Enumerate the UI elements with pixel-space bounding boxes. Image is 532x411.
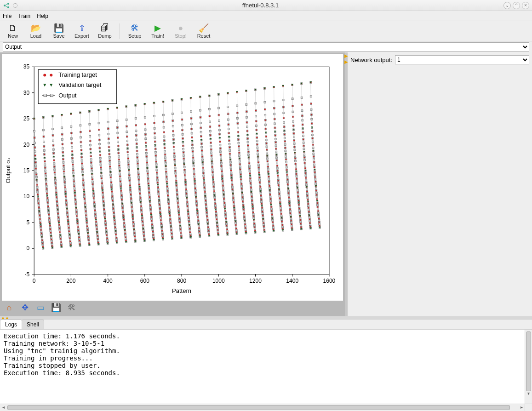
plot-panel: 02004006008001000120014001600-5051015202… <box>0 52 345 316</box>
svg-text:1400: 1400 <box>286 278 298 284</box>
folder-open-icon: 📂 <box>31 24 41 33</box>
svg-text:400: 400 <box>103 278 113 284</box>
load-button[interactable]: 📂 Load <box>26 22 46 40</box>
play-icon: ▶ <box>154 24 161 33</box>
dump-label: Dump <box>98 33 111 39</box>
home-icon: ⌂ <box>7 303 12 313</box>
svg-text:1000: 1000 <box>212 278 225 284</box>
view-selector[interactable]: Output <box>3 42 529 51</box>
svg-rect-2375 <box>44 94 46 97</box>
floppy-icon: 💾 <box>54 24 64 33</box>
side-panel: Network output: 1 <box>348 52 532 316</box>
svg-text:15: 15 <box>23 167 30 174</box>
svg-text:5: 5 <box>26 219 29 226</box>
network-output-label: Network output: <box>350 57 392 63</box>
svg-text:-5: -5 <box>24 271 29 278</box>
svg-text:25: 25 <box>23 115 30 122</box>
tab-logs[interactable]: Logs <box>0 320 22 329</box>
new-file-icon: 🗋 <box>9 24 17 33</box>
log-text[interactable]: Execution time: 1.176 seconds. Training … <box>0 330 525 404</box>
log-area: Execution time: 1.176 seconds. Training … <box>0 330 532 404</box>
titlebar: ffnetui-0.8.3.1 ⌄ ⌃ × <box>0 0 532 11</box>
toolbar: 🗋 New 📂 Load 💾 Save ⇪ Export 🗐 Dump 🛠 Se… <box>0 21 532 41</box>
svg-point-2370 <box>43 74 46 76</box>
stop-button[interactable]: ● Stop! <box>171 22 191 40</box>
tools-icon: 🛠 <box>131 24 139 33</box>
svg-text:Output: Output <box>58 92 76 99</box>
plot-zoom-button[interactable]: ▭ <box>35 302 46 313</box>
bottom-tabbar: Logs Shell <box>0 320 532 330</box>
dump-button[interactable]: 🗐 Dump <box>95 22 115 40</box>
save-label: Save <box>53 33 64 39</box>
scroll-down-icon[interactable]: ▾ <box>525 391 532 397</box>
plot-home-button[interactable]: ⌂ <box>4 302 15 313</box>
resize-grip[interactable] <box>525 404 532 411</box>
load-label: Load <box>30 33 41 39</box>
plot-canvas[interactable]: 02004006008001000120014001600-5051015202… <box>2 54 343 301</box>
export-icon: ⇪ <box>79 24 86 33</box>
window-title: ffnetui-0.8.3.1 <box>17 2 503 9</box>
svg-text:20: 20 <box>23 142 30 148</box>
export-button[interactable]: ⇪ Export <box>72 22 92 40</box>
minimize-button[interactable]: ⌄ <box>503 2 511 9</box>
svg-text:200: 200 <box>66 278 75 284</box>
svg-text:Pattern: Pattern <box>172 287 191 294</box>
menu-help[interactable]: Help <box>37 13 48 19</box>
zoom-rect-icon: ▭ <box>37 303 45 313</box>
broom-icon: 🧹 <box>199 24 209 33</box>
move-icon: ✥ <box>22 303 29 313</box>
save-button[interactable]: 💾 Save <box>49 22 69 40</box>
plot-nav-toolbar: ⌂ ✥ ▭ 💾 🛠 <box>2 301 343 314</box>
svg-text:0: 0 <box>33 278 36 284</box>
export-label: Export <box>74 33 89 39</box>
stop-icon: ● <box>178 24 183 33</box>
svg-text:800: 800 <box>177 278 186 284</box>
reset-label: Reset <box>197 33 211 39</box>
vertical-scrollbar[interactable]: ▴ ▾ <box>525 330 532 404</box>
dump-icon: 🗐 <box>101 24 109 33</box>
svg-text:35: 35 <box>23 63 30 70</box>
horizontal-scrollbar[interactable]: ◂ ▸ <box>0 404 525 411</box>
new-button[interactable]: 🗋 New <box>3 22 23 40</box>
svg-text:Output o₁: Output o₁ <box>5 158 11 183</box>
plot-save-button[interactable]: 💾 <box>51 302 62 313</box>
app-secondary-icon <box>13 3 17 8</box>
maximize-button[interactable]: ⌃ <box>513 2 520 9</box>
menubar: File Train Help <box>0 11 532 21</box>
scroll-left-icon[interactable]: ◂ <box>0 404 6 411</box>
scroll-right-icon[interactable]: ▸ <box>518 404 525 411</box>
wrench-icon: 🛠 <box>68 303 76 313</box>
network-output-select[interactable]: 1 <box>395 55 529 64</box>
svg-point-2371 <box>50 74 52 76</box>
toolbar-separator <box>120 23 120 39</box>
plot-config-button[interactable]: 🛠 <box>66 302 77 313</box>
svg-line-3 <box>5 4 8 6</box>
svg-text:Validation target: Validation target <box>58 81 101 88</box>
scrollbar-thumb[interactable] <box>526 331 531 391</box>
plot-pan-button[interactable]: ✥ <box>19 302 30 313</box>
svg-text:600: 600 <box>140 278 149 284</box>
stop-label: Stop! <box>175 33 187 39</box>
reset-button[interactable]: 🧹 Reset <box>194 22 214 40</box>
svg-text:30: 30 <box>23 90 30 96</box>
menu-file[interactable]: File <box>3 13 11 19</box>
train-label: Train! <box>151 33 164 39</box>
bottom-panel: Logs Shell Execution time: 1.176 seconds… <box>0 319 532 411</box>
setup-label: Setup <box>128 33 142 39</box>
train-button[interactable]: ▶ Train! <box>148 22 168 40</box>
setup-button[interactable]: 🛠 Setup <box>125 22 145 40</box>
new-label: New <box>8 33 18 39</box>
scrollbar-thumb[interactable] <box>7 405 510 410</box>
close-button[interactable]: × <box>522 2 529 9</box>
svg-rect-2376 <box>50 94 53 97</box>
main-area: 02004006008001000120014001600-5051015202… <box>0 52 532 316</box>
svg-line-4 <box>5 6 8 7</box>
svg-text:1600: 1600 <box>323 278 336 284</box>
svg-text:0: 0 <box>26 245 29 251</box>
app-icon <box>3 2 10 9</box>
svg-text:10: 10 <box>23 193 30 200</box>
menu-train[interactable]: Train <box>18 13 30 19</box>
tab-shell[interactable]: Shell <box>22 320 44 329</box>
svg-text:1200: 1200 <box>249 278 262 284</box>
view-selector-row: Output <box>0 41 532 52</box>
